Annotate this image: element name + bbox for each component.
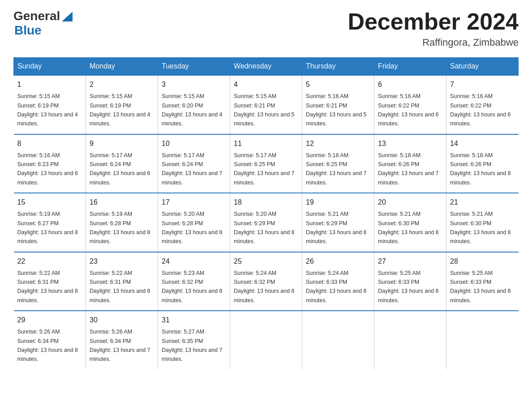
table-row: 19 Sunrise: 5:21 AMSunset: 6:29 PMDaylig… — [302, 193, 374, 252]
day-info: Sunrise: 5:16 AMSunset: 6:23 PMDaylight:… — [17, 152, 78, 186]
table-row — [374, 311, 446, 369]
day-info: Sunrise: 5:16 AMSunset: 6:22 PMDaylight:… — [450, 93, 511, 127]
day-info: Sunrise: 5:22 AMSunset: 6:31 PMDaylight:… — [17, 270, 78, 304]
day-info: Sunrise: 5:20 AMSunset: 6:29 PMDaylight:… — [234, 211, 295, 244]
table-row — [230, 311, 302, 369]
day-number: 23 — [90, 256, 154, 267]
logo-blue-text: Blue — [14, 23, 42, 38]
day-number: 15 — [17, 197, 82, 208]
day-info: Sunrise: 5:16 AMSunset: 6:22 PMDaylight:… — [378, 93, 439, 127]
logo-general-text: General — [13, 9, 60, 23]
table-row: 8 Sunrise: 5:16 AMSunset: 6:23 PMDayligh… — [14, 134, 86, 193]
col-wednesday: Wednesday — [230, 58, 302, 76]
day-info: Sunrise: 5:16 AMSunset: 6:21 PMDaylight:… — [306, 93, 367, 127]
table-row: 15 Sunrise: 5:19 AMSunset: 6:27 PMDaylig… — [14, 193, 86, 252]
day-info: Sunrise: 5:22 AMSunset: 6:31 PMDaylight:… — [90, 270, 150, 304]
table-row: 17 Sunrise: 5:20 AMSunset: 6:28 PMDaylig… — [158, 193, 230, 252]
table-row: 5 Sunrise: 5:16 AMSunset: 6:21 PMDayligh… — [302, 75, 374, 134]
page-header: General Blue December 2024 Raffingora, Z… — [13, 9, 519, 48]
location-subtitle: Raffingora, Zimbabwe — [348, 37, 519, 48]
day-number: 11 — [234, 138, 298, 149]
day-info: Sunrise: 5:15 AMSunset: 6:20 PMDaylight:… — [162, 93, 223, 127]
day-info: Sunrise: 5:17 AMSunset: 6:25 PMDaylight:… — [234, 152, 295, 186]
day-number: 24 — [162, 256, 226, 267]
title-section: December 2024 Raffingora, Zimbabwe — [348, 9, 519, 48]
col-thursday: Thursday — [302, 58, 374, 76]
day-number: 31 — [162, 315, 226, 325]
table-row: 7 Sunrise: 5:16 AMSunset: 6:22 PMDayligh… — [446, 75, 519, 134]
day-number: 3 — [162, 79, 226, 90]
day-number: 30 — [90, 315, 154, 325]
calendar-header-row: Sunday Monday Tuesday Wednesday Thursday… — [14, 58, 519, 76]
day-info: Sunrise: 5:18 AMSunset: 6:26 PMDaylight:… — [450, 152, 511, 186]
table-row: 30 Sunrise: 5:26 AMSunset: 6:34 PMDaylig… — [86, 311, 158, 369]
calendar-week-row: 22 Sunrise: 5:22 AMSunset: 6:31 PMDaylig… — [14, 252, 519, 311]
table-row: 28 Sunrise: 5:25 AMSunset: 6:33 PMDaylig… — [446, 252, 519, 311]
table-row: 21 Sunrise: 5:21 AMSunset: 6:30 PMDaylig… — [446, 193, 519, 252]
day-info: Sunrise: 5:15 AMSunset: 6:19 PMDaylight:… — [17, 93, 78, 127]
day-info: Sunrise: 5:21 AMSunset: 6:29 PMDaylight:… — [306, 211, 367, 244]
day-number: 10 — [162, 138, 226, 149]
table-row: 22 Sunrise: 5:22 AMSunset: 6:31 PMDaylig… — [14, 252, 86, 311]
table-row: 4 Sunrise: 5:15 AMSunset: 6:21 PMDayligh… — [230, 75, 302, 134]
table-row: 31 Sunrise: 5:27 AMSunset: 6:35 PMDaylig… — [158, 311, 230, 369]
day-info: Sunrise: 5:25 AMSunset: 6:33 PMDaylight:… — [378, 270, 439, 304]
day-info: Sunrise: 5:27 AMSunset: 6:35 PMDaylight:… — [162, 329, 223, 362]
day-info: Sunrise: 5:19 AMSunset: 6:28 PMDaylight:… — [90, 211, 150, 244]
day-number: 18 — [234, 197, 298, 208]
day-info: Sunrise: 5:26 AMSunset: 6:34 PMDaylight:… — [90, 329, 150, 362]
day-info: Sunrise: 5:15 AMSunset: 6:21 PMDaylight:… — [234, 93, 295, 127]
table-row: 3 Sunrise: 5:15 AMSunset: 6:20 PMDayligh… — [158, 75, 230, 134]
table-row: 1 Sunrise: 5:15 AMSunset: 6:19 PMDayligh… — [14, 75, 86, 134]
col-tuesday: Tuesday — [158, 58, 230, 76]
day-number: 28 — [450, 256, 515, 267]
table-row: 12 Sunrise: 5:18 AMSunset: 6:25 PMDaylig… — [302, 134, 374, 193]
day-number: 27 — [378, 256, 442, 267]
month-title: December 2024 — [348, 9, 519, 34]
calendar-week-row: 8 Sunrise: 5:16 AMSunset: 6:23 PMDayligh… — [14, 134, 519, 193]
day-info: Sunrise: 5:24 AMSunset: 6:33 PMDaylight:… — [306, 270, 367, 304]
table-row: 9 Sunrise: 5:17 AMSunset: 6:24 PMDayligh… — [86, 134, 158, 193]
day-number: 6 — [378, 79, 442, 90]
calendar-week-row: 15 Sunrise: 5:19 AMSunset: 6:27 PMDaylig… — [14, 193, 519, 252]
table-row: 26 Sunrise: 5:24 AMSunset: 6:33 PMDaylig… — [302, 252, 374, 311]
table-row: 18 Sunrise: 5:20 AMSunset: 6:29 PMDaylig… — [230, 193, 302, 252]
calendar-week-row: 29 Sunrise: 5:26 AMSunset: 6:34 PMDaylig… — [14, 311, 519, 369]
day-info: Sunrise: 5:17 AMSunset: 6:24 PMDaylight:… — [162, 152, 223, 186]
day-info: Sunrise: 5:23 AMSunset: 6:32 PMDaylight:… — [162, 270, 223, 304]
day-number: 13 — [378, 138, 442, 149]
day-info: Sunrise: 5:24 AMSunset: 6:32 PMDaylight:… — [234, 270, 295, 304]
table-row: 10 Sunrise: 5:17 AMSunset: 6:24 PMDaylig… — [158, 134, 230, 193]
table-row: 20 Sunrise: 5:21 AMSunset: 6:30 PMDaylig… — [374, 193, 446, 252]
logo-triangle-icon — [61, 10, 73, 22]
day-number: 9 — [90, 138, 154, 149]
day-number: 1 — [17, 79, 82, 90]
day-number: 7 — [450, 79, 515, 90]
col-saturday: Saturday — [446, 58, 519, 76]
table-row — [446, 311, 519, 369]
table-row: 29 Sunrise: 5:26 AMSunset: 6:34 PMDaylig… — [14, 311, 86, 369]
day-number: 14 — [450, 138, 515, 149]
table-row: 11 Sunrise: 5:17 AMSunset: 6:25 PMDaylig… — [230, 134, 302, 193]
svg-marker-0 — [62, 12, 73, 21]
day-number: 19 — [306, 197, 370, 208]
day-number: 2 — [90, 79, 154, 90]
col-monday: Monday — [86, 58, 158, 76]
table-row: 6 Sunrise: 5:16 AMSunset: 6:22 PMDayligh… — [374, 75, 446, 134]
day-info: Sunrise: 5:18 AMSunset: 6:26 PMDaylight:… — [378, 152, 439, 186]
day-number: 21 — [450, 197, 515, 208]
table-row: 14 Sunrise: 5:18 AMSunset: 6:26 PMDaylig… — [446, 134, 519, 193]
table-row: 25 Sunrise: 5:24 AMSunset: 6:32 PMDaylig… — [230, 252, 302, 311]
day-number: 26 — [306, 256, 370, 267]
day-info: Sunrise: 5:20 AMSunset: 6:28 PMDaylight:… — [162, 211, 223, 244]
day-number: 22 — [17, 256, 82, 267]
day-number: 25 — [234, 256, 298, 267]
day-number: 29 — [17, 315, 82, 325]
col-friday: Friday — [374, 58, 446, 76]
day-number: 12 — [306, 138, 370, 149]
day-info: Sunrise: 5:26 AMSunset: 6:34 PMDaylight:… — [17, 329, 78, 362]
day-info: Sunrise: 5:21 AMSunset: 6:30 PMDaylight:… — [450, 211, 511, 244]
day-number: 8 — [17, 138, 82, 149]
day-info: Sunrise: 5:19 AMSunset: 6:27 PMDaylight:… — [17, 211, 78, 244]
table-row: 2 Sunrise: 5:15 AMSunset: 6:19 PMDayligh… — [86, 75, 158, 134]
